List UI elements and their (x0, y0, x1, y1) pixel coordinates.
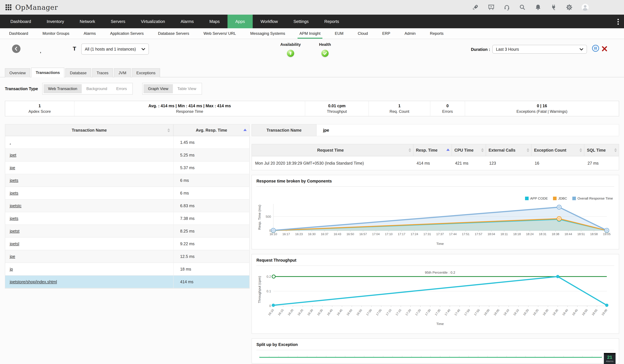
svg-text:16:20: 16:20 (287, 309, 294, 316)
more-menu-icon[interactable] (617, 18, 620, 27)
gear-icon[interactable] (566, 4, 573, 11)
sub-nav-item[interactable]: Monitor Groups (35, 28, 76, 39)
transaction-link[interactable]: jpets (10, 216, 18, 221)
main-nav-item[interactable]: Alarms (173, 15, 202, 28)
tab[interactable]: JVM (114, 68, 131, 77)
svg-text:Resp. Time (ms): Resp. Time (ms) (258, 205, 261, 230)
table-row[interactable]: jpetstore/shop/index.shtml 414 ms (5, 276, 249, 288)
transaction-name-tab[interactable]: Transaction Name (252, 124, 316, 136)
main-nav-item[interactable]: Dashboard (2, 15, 39, 28)
bell-icon[interactable] (535, 4, 542, 11)
transaction-link[interactable]: jpets (10, 191, 18, 195)
sub-nav-item[interactable]: ERP (375, 28, 397, 39)
table-row[interactable]: jpets 6 ms (5, 187, 249, 200)
transaction-link[interactable]: jpetstore/shop/index.shtml (10, 280, 57, 284)
table-row[interactable]: jpetst 8.25 ms (5, 225, 249, 237)
tab[interactable]: Transactions (31, 68, 64, 77)
transaction-type-option[interactable]: Background (82, 84, 112, 93)
back-button[interactable] (12, 45, 21, 54)
transaction-type-option[interactable]: Errors (112, 84, 131, 93)
sub-nav-item[interactable]: APM Insight (292, 28, 328, 39)
transaction-link[interactable]: jpets (10, 178, 18, 183)
search-icon[interactable] (519, 4, 526, 11)
availability-status-icon[interactable] (287, 50, 294, 57)
main-nav-item[interactable]: Settings (286, 15, 316, 28)
table-row[interactable]: jpe 12.5 ms (5, 250, 249, 263)
column-header-avg-resp-time[interactable]: Avg. Resp. Time (174, 125, 249, 136)
table-row[interactable]: jpetstc 6.83 ms (5, 200, 249, 212)
main-nav-item[interactable]: Servers (103, 15, 133, 28)
transaction-link[interactable]: jpet (10, 153, 16, 157)
close-icon[interactable] (601, 46, 607, 53)
table-row[interactable]: jpets 6 ms (5, 174, 249, 187)
main-nav-item[interactable]: Workflow (253, 15, 286, 28)
transaction-link[interactable]: jp (10, 267, 13, 272)
tab[interactable]: Overview (5, 68, 30, 77)
transaction-type-option[interactable]: Web Transaction (44, 84, 82, 93)
svg-text:Time: Time (436, 242, 444, 246)
column-header-transaction-name[interactable]: Transaction Name (5, 125, 174, 136)
table-row[interactable]: jpets 7.38 ms (5, 212, 249, 225)
request-column-header[interactable]: Exception Count (532, 144, 584, 156)
request-column-header[interactable]: Request Time (252, 144, 414, 156)
exception-count-cell: 16 (532, 161, 584, 166)
legend-item[interactable]: JDBC (553, 196, 567, 200)
legend-item[interactable]: Overall Response Time (572, 196, 613, 200)
main-nav-item[interactable]: Virtualization (133, 15, 173, 28)
svg-text:18:55: 18:55 (591, 309, 598, 316)
transaction-link[interactable]: jpe (10, 165, 15, 170)
request-column-header[interactable]: Resp. Time (414, 144, 452, 156)
sub-nav-item[interactable]: Cloud (351, 28, 375, 39)
main-nav-item[interactable]: Inventory (39, 15, 72, 28)
transaction-link[interactable]: jpetstc (10, 204, 22, 208)
sub-nav-item[interactable]: Dashboard (2, 28, 35, 39)
rocket-icon[interactable] (472, 4, 479, 11)
sort-icon (481, 148, 484, 152)
alarms-badge[interactable]: 21 Alarms (604, 353, 616, 364)
tab[interactable]: Database (65, 68, 91, 77)
request-table-row[interactable]: Mon Jul 20 2020 18:39:29 GMT+0530 (India… (252, 156, 619, 170)
plug-icon[interactable] (550, 4, 557, 11)
sub-nav-item[interactable]: Admin (397, 28, 423, 39)
view-toggle-option[interactable]: Table View (173, 84, 201, 93)
tab[interactable]: Traces (92, 68, 113, 77)
transaction-link[interactable]: . (10, 140, 11, 145)
table-row[interactable]: jpetsl 9.22 ms (5, 237, 249, 250)
duration-select[interactable]: Last 3 Hours (492, 45, 587, 54)
sub-nav-item[interactable]: Messaging Systems (243, 28, 292, 39)
stat-label: Response Time (176, 109, 203, 114)
health-status-icon[interactable] (321, 50, 329, 57)
grid-menu-icon[interactable] (5, 4, 12, 11)
legend-item[interactable]: APP CODE (525, 196, 548, 200)
view-toggle-option[interactable]: Graph View (143, 84, 173, 93)
presentation-icon[interactable] (488, 4, 495, 11)
main-nav-item[interactable]: Maps (202, 15, 228, 28)
svg-text:0.1: 0.1 (266, 289, 271, 293)
transaction-link[interactable]: jpe (10, 254, 15, 259)
table-row[interactable]: jpet 5.25 ms (5, 149, 249, 161)
svg-text:17:04: 17:04 (372, 232, 380, 236)
sub-nav-item[interactable]: EUM (328, 28, 351, 39)
pause-refresh-button[interactable] (592, 45, 599, 53)
main-nav-item[interactable]: Apps (228, 15, 253, 28)
main-nav-item[interactable]: Reports (316, 15, 347, 28)
sub-nav-item[interactable]: Reports (423, 28, 451, 39)
headset-icon[interactable] (503, 4, 510, 11)
request-column-header[interactable]: CPU Time (452, 144, 486, 156)
instance-select[interactable]: All (1 hosts and 1 instances) (81, 44, 149, 54)
stat-value: 0 (446, 104, 449, 108)
request-column-header[interactable]: External Calls (486, 144, 532, 156)
transaction-link[interactable]: jpetst (10, 229, 20, 234)
sub-nav-item[interactable]: Application Servers (103, 28, 151, 39)
tab[interactable]: Exceptions (132, 68, 160, 77)
table-row[interactable]: jpe 5.37 ms (5, 161, 249, 174)
table-row[interactable]: . 1.45 ms (5, 136, 249, 149)
main-nav-item[interactable]: Network (72, 15, 103, 28)
sub-nav-item[interactable]: Web Servers/ URL (196, 28, 243, 39)
transaction-link[interactable]: jpetsl (10, 241, 19, 246)
sub-nav-item[interactable]: Database Servers (151, 28, 196, 39)
table-row[interactable]: jp 18 ms (5, 263, 249, 276)
avatar[interactable] (581, 3, 589, 11)
request-column-header[interactable]: SQL Time (584, 144, 619, 156)
sub-nav-item[interactable]: Alarms (77, 28, 103, 39)
